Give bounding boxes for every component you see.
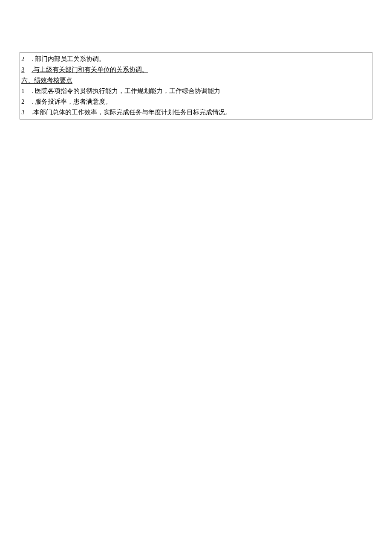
- item-number: 1: [21, 86, 25, 96]
- item-text: . 服务投诉率，患者满意度。: [32, 96, 112, 107]
- item-number: 3: [21, 64, 25, 75]
- item-text: . 部门内部员工关系协调。: [32, 54, 105, 64]
- section-heading-line: 六、绩效考核要点: [21, 75, 371, 86]
- item-number: 2: [21, 54, 25, 64]
- section-heading: 六、绩效考核要点: [21, 75, 72, 86]
- document-content-box: 2 . 部门内部员工关系协调。 3 .与上级有关部门和有关单位的关系协调。 六、…: [20, 52, 372, 119]
- list-item: 2 . 部门内部员工关系协调。: [21, 54, 371, 64]
- list-item: 1 . 医院各项指令的贯彻执行能力，工作规划能力，工作综合协调能力: [21, 86, 371, 96]
- item-number: 3: [21, 107, 25, 118]
- item-text: . 医院各项指令的贯彻执行能力，工作规划能力，工作综合协调能力: [32, 86, 220, 96]
- list-item: 3 .与上级有关部门和有关单位的关系协调。: [21, 64, 371, 75]
- item-number: 2: [21, 96, 25, 107]
- item-text: .本部门总体的工作效率，实际完成任务与年度计划任务目标完成情况。: [32, 107, 231, 118]
- list-item: 3 .本部门总体的工作效率，实际完成任务与年度计划任务目标完成情况。: [21, 107, 371, 118]
- list-item: 2 . 服务投诉率，患者满意度。: [21, 96, 371, 107]
- item-text: .与上级有关部门和有关单位的关系协调。: [32, 64, 148, 75]
